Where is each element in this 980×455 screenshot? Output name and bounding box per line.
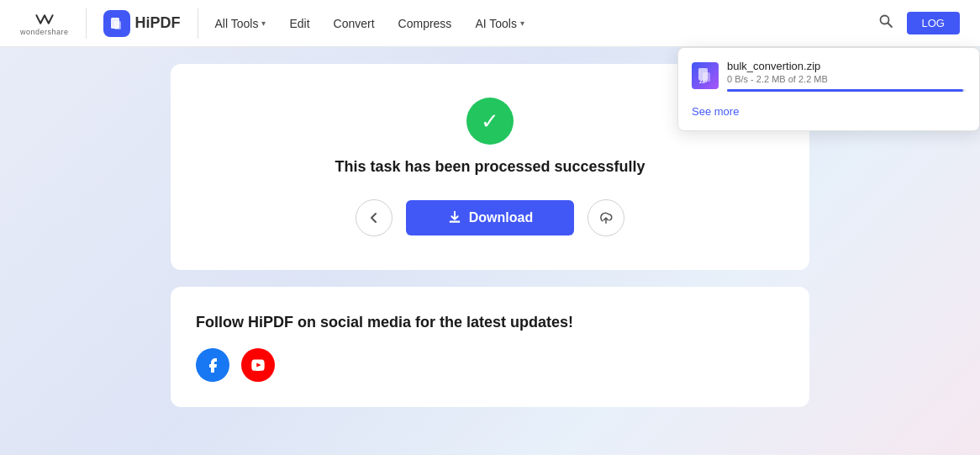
- facebook-icon: [204, 357, 221, 373]
- search-button[interactable]: [878, 13, 893, 33]
- login-button[interactable]: LOG: [907, 12, 960, 34]
- zip-file-icon: ZIP: [696, 66, 714, 85]
- progress-bar-background: [727, 89, 966, 92]
- file-thumbnail: ZIP: [692, 62, 719, 89]
- hipdf-icon-badge: [103, 10, 130, 37]
- action-row: Download: [356, 199, 624, 236]
- divider: [86, 8, 87, 39]
- download-button[interactable]: Download: [406, 200, 574, 235]
- logo-area: wondershare HiPDF: [20, 8, 198, 39]
- facebook-button[interactable]: [196, 348, 229, 382]
- social-title: Follow HiPDF on social media for the lat…: [196, 312, 784, 333]
- main-content: ✓ This task has been processed successfu…: [0, 47, 980, 455]
- search-icon: [878, 13, 893, 29]
- svg-line-3: [888, 24, 892, 28]
- nav-convert[interactable]: Convert: [334, 17, 375, 30]
- hipdf-label: HiPDF: [135, 14, 181, 32]
- nav-compress[interactable]: Compress: [398, 17, 452, 30]
- ai-tools-chevron-icon: ▾: [520, 19, 524, 28]
- popup-file-row: ZIP bulk_convertion.zip 0 B/s - 2.2 MB o…: [692, 60, 966, 92]
- download-icon: [447, 210, 462, 225]
- svg-rect-1: [114, 21, 121, 29]
- wondershare-logo: wondershare: [20, 11, 69, 36]
- progress-bar-fill: [727, 89, 963, 92]
- download-button-label: Download: [469, 210, 533, 225]
- success-message: This task has been processed successfull…: [335, 158, 645, 176]
- file-info: bulk_convertion.zip 0 B/s - 2.2 MB of 2.…: [727, 60, 966, 92]
- all-tools-chevron-icon: ▾: [261, 19, 266, 28]
- file-name: bulk_convertion.zip: [727, 60, 966, 72]
- nav-all-tools[interactable]: All Tools ▾: [215, 17, 266, 30]
- nav-edit[interactable]: Edit: [289, 17, 309, 30]
- hipdf-logo[interactable]: HiPDF: [103, 10, 181, 37]
- upload-cloud-icon: [598, 210, 614, 225]
- svg-text:ZIP: ZIP: [699, 79, 707, 84]
- wondershare-icon: [31, 11, 58, 28]
- wondershare-text: wondershare: [20, 28, 69, 36]
- header: wondershare HiPDF All Tools ▾ Edit Conve…: [0, 0, 980, 47]
- back-icon: [367, 211, 381, 225]
- main-nav: All Tools ▾ Edit Convert Compress AI Too…: [215, 13, 893, 33]
- youtube-icon: [250, 357, 266, 373]
- nav-ai-tools[interactable]: AI Tools ▾: [475, 17, 524, 30]
- hipdf-svg: [109, 16, 124, 31]
- see-more-link[interactable]: See more: [692, 105, 739, 118]
- checkmark-icon: ✓: [481, 110, 499, 132]
- download-popup: ZIP bulk_convertion.zip 0 B/s - 2.2 MB o…: [677, 47, 980, 131]
- upload-cloud-button[interactable]: [587, 199, 624, 236]
- youtube-button[interactable]: [241, 348, 275, 382]
- social-icons-row: [196, 348, 784, 382]
- svg-rect-4: [449, 221, 460, 223]
- file-progress-text: 0 B/s - 2.2 MB of 2.2 MB: [727, 74, 966, 84]
- social-card: Follow HiPDF on social media for the lat…: [171, 287, 809, 407]
- success-icon-circle: ✓: [466, 98, 514, 145]
- back-button[interactable]: [356, 199, 393, 236]
